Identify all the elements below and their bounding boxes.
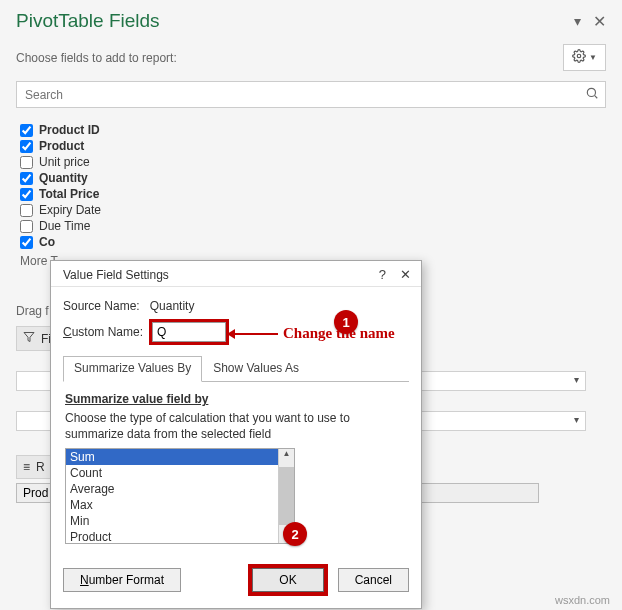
layout-options-button[interactable]: ▼ (563, 44, 606, 71)
field-item[interactable]: Product (20, 138, 606, 154)
field-item[interactable]: Due Time (20, 218, 606, 234)
summary-function-option[interactable]: Product (66, 529, 278, 543)
pane-menu-caret-icon[interactable]: ▾ (574, 13, 581, 29)
annotation-text: Change the name (283, 325, 395, 342)
search-input[interactable] (23, 87, 585, 103)
field-label: Unit price (39, 155, 90, 169)
source-name-value: Quantity (150, 299, 195, 313)
field-checkbox[interactable] (20, 236, 33, 249)
search-field-wrap[interactable] (16, 81, 606, 108)
field-checkbox[interactable] (20, 172, 33, 185)
choose-fields-label: Choose fields to add to report: (16, 51, 177, 65)
pane-title: PivotTable Fields (16, 10, 160, 32)
field-item[interactable]: Co (20, 234, 606, 250)
summarize-field-description: Choose the type of calculation that you … (65, 410, 407, 442)
number-format-button[interactable]: Number Format (63, 568, 181, 592)
summary-function-list[interactable]: Sum Count Average Max Min Product ▲ ▼ (65, 448, 295, 544)
field-checkbox[interactable] (20, 204, 33, 217)
watermark-text: wsxdn.com (555, 594, 610, 606)
field-checkbox[interactable] (20, 124, 33, 137)
summarize-field-title: Summarize value field by (65, 392, 407, 406)
cancel-button[interactable]: Cancel (338, 568, 409, 592)
search-icon (585, 86, 599, 103)
rows-label: R (36, 460, 45, 474)
annotation-highlight-box (149, 319, 229, 345)
annotation-highlight-box-ok: OK (248, 564, 327, 596)
tab-summarize-values[interactable]: Summarize Values By (63, 356, 202, 382)
field-item[interactable]: Unit price (20, 154, 606, 170)
source-name-row: Source Name: Quantity (63, 299, 409, 313)
field-label: Co (39, 235, 55, 249)
field-label: Product ID (39, 123, 100, 137)
field-label: Quantity (39, 171, 88, 185)
field-list: Product ID Product Unit price Quantity T… (20, 122, 606, 250)
svg-point-0 (577, 54, 581, 58)
summary-function-option[interactable]: Average (66, 481, 278, 497)
custom-name-input[interactable] (152, 322, 226, 342)
summary-function-option[interactable]: Count (66, 465, 278, 481)
field-item[interactable]: Total Price (20, 186, 606, 202)
dialog-tabs: Summarize Values By Show Values As (63, 355, 409, 382)
summary-function-list-items: Sum Count Average Max Min Product (66, 449, 278, 543)
field-checkbox[interactable] (20, 188, 33, 201)
field-label: Product (39, 139, 84, 153)
field-item[interactable]: Product ID (20, 122, 606, 138)
gear-icon (572, 49, 586, 66)
pane-tools: ▾ ✕ (574, 12, 606, 31)
svg-point-1 (587, 88, 595, 96)
rows-icon: ≡ (23, 460, 30, 474)
annotation-arrow (230, 333, 278, 335)
field-item[interactable]: Quantity (20, 170, 606, 186)
scroll-thumb[interactable] (279, 467, 294, 525)
summary-function-option[interactable]: Min (66, 513, 278, 529)
tab-show-values-as[interactable]: Show Values As (202, 356, 310, 382)
pane-close-icon[interactable]: ✕ (593, 12, 606, 31)
svg-line-2 (595, 96, 598, 99)
dialog-footer: Number Format OK Cancel (51, 554, 421, 608)
pane-header: PivotTable Fields ▾ ✕ (16, 10, 606, 32)
subhead-row: Choose fields to add to report: ▼ (16, 44, 606, 71)
field-checkbox[interactable] (20, 156, 33, 169)
dialog-close-icon[interactable]: ✕ (400, 267, 411, 282)
field-label: Expiry Date (39, 203, 101, 217)
summary-function-option[interactable]: Sum (66, 449, 278, 465)
chevron-down-icon: ▼ (589, 53, 597, 62)
dialog-title: Value Field Settings (63, 268, 169, 282)
value-field-settings-dialog: Value Field Settings ? ✕ Source Name: Qu… (50, 260, 422, 609)
filter-icon (23, 331, 35, 346)
field-item[interactable]: Expiry Date (20, 202, 606, 218)
svg-marker-3 (24, 333, 34, 342)
scroll-up-icon[interactable]: ▲ (283, 449, 291, 458)
annotation-badge-2: 2 (283, 522, 307, 546)
dialog-help-icon[interactable]: ? (379, 267, 386, 282)
ok-button[interactable]: OK (252, 568, 323, 592)
field-checkbox[interactable] (20, 140, 33, 153)
field-label: Total Price (39, 187, 99, 201)
field-checkbox[interactable] (20, 220, 33, 233)
custom-name-label: Custom Name: (63, 325, 143, 339)
source-name-label: Source Name: (63, 299, 140, 313)
field-label: Due Time (39, 219, 90, 233)
summary-function-option[interactable]: Max (66, 497, 278, 513)
dialog-titlebar: Value Field Settings ? ✕ (51, 261, 421, 287)
